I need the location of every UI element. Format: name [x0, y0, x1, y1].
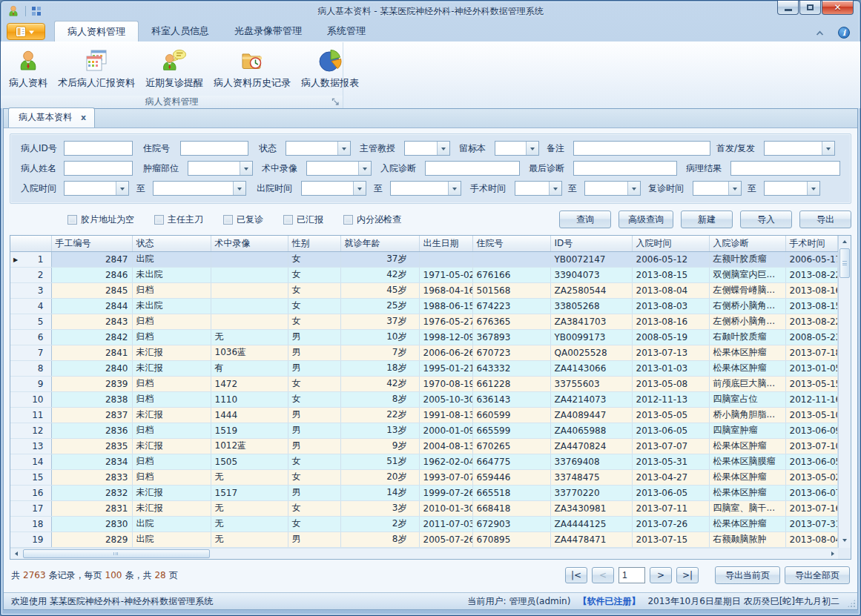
table-cell[interactable]: 2837 [51, 407, 132, 423]
action-button[interactable]: 查询 [559, 211, 611, 228]
column-header[interactable]: 入院诊断 [709, 236, 785, 251]
table-cell[interactable]: 左侧蝶骨嵴脑... [709, 282, 785, 298]
table-cell[interactable]: 男 [288, 423, 340, 438]
row-number-cell[interactable]: 8 [10, 360, 51, 376]
table-cell[interactable]: 1968-04-16 [419, 282, 472, 298]
table-cell[interactable]: 松果体区肿瘤 [709, 469, 785, 485]
table-cell[interactable]: 668418 [472, 500, 550, 516]
row-number-cell[interactable]: 7 [10, 345, 51, 360]
scroll-left-icon[interactable] [10, 549, 22, 559]
table-cell[interactable]: 2842 [51, 329, 132, 345]
page-number-input[interactable] [618, 567, 645, 583]
table-cell[interactable]: 2013-06-07 [785, 485, 838, 500]
table-cell[interactable]: 松果体区脑膜瘤 [709, 454, 785, 469]
table-cell[interactable]: 女 [288, 500, 340, 516]
remark-input[interactable] [573, 141, 710, 156]
surgery-date-from-combo[interactable] [515, 181, 562, 196]
table-cell[interactable]: 松果体区肿瘤 [709, 485, 785, 500]
table-cell[interactable]: 643332 [472, 360, 550, 376]
table-cell[interactable]: 归档 [132, 314, 211, 329]
table-cell[interactable]: 2013-06-05 [632, 423, 709, 438]
table-cell[interactable]: 2829 [51, 531, 132, 547]
table-cell[interactable]: 2010-01-30 [419, 500, 472, 516]
table-cell[interactable]: 女 [288, 516, 340, 531]
table-cell[interactable]: 51岁 [340, 454, 419, 469]
table-cell[interactable]: 670723 [472, 345, 550, 360]
scroll-right-icon[interactable] [826, 549, 838, 559]
table-cell[interactable] [211, 267, 288, 282]
table-cell[interactable]: 2005-07-26 [419, 531, 472, 547]
table-cell[interactable]: ZA4470824 [550, 438, 632, 454]
quick-access-layout-icon[interactable] [31, 6, 42, 16]
inpatient-no-input[interactable] [180, 141, 248, 156]
dropdown-arrow-icon[interactable] [358, 162, 371, 175]
export-current-page-button[interactable]: 导出当前页 [715, 566, 780, 584]
row-number-cell[interactable]: 10 [10, 391, 51, 407]
table-cell[interactable]: 2013-07-18 [785, 345, 838, 360]
table-cell[interactable]: 2840 [51, 360, 132, 376]
table-cell[interactable]: 女 [288, 282, 340, 298]
action-button[interactable]: 导入 [740, 211, 792, 228]
column-header[interactable]: 住院号 [472, 236, 550, 251]
table-row[interactable]: 32845归档女45岁1968-04-16501568ZA25805442013… [10, 282, 838, 298]
row-number-cell[interactable]: 2 [10, 267, 51, 282]
table-cell[interactable]: 女 [288, 454, 340, 469]
table-row[interactable]: 42844未出院女25岁1988-06-15674223338052682013… [10, 298, 838, 314]
registered-link[interactable]: 【软件已注册】 [578, 595, 640, 608]
table-row[interactable]: 152833归档无女20岁1993-07-0765944633748475201… [10, 469, 838, 485]
table-cell[interactable]: 未出院 [132, 267, 211, 282]
table-cell[interactable]: 8岁 [340, 531, 419, 547]
table-cell[interactable]: 左侧桥小脑角... [709, 314, 785, 329]
table-cell[interactable]: 45岁 [340, 282, 419, 298]
table-cell[interactable]: 2013-08-15 [632, 267, 709, 282]
table-row[interactable]: 72841未汇报1036蓝男7岁2006-06-26670723QA002552… [10, 345, 838, 360]
row-number-cell[interactable]: 14 [10, 454, 51, 469]
prev-page-button[interactable]: < [592, 567, 614, 583]
table-cell[interactable]: 四脑室肿瘤 [709, 423, 785, 438]
table-cell[interactable]: 2013-08-16 [785, 282, 838, 298]
table-cell[interactable]: 2013-06-05 [632, 485, 709, 500]
discharge-date-to-combo[interactable] [390, 181, 461, 196]
status-combo[interactable] [286, 141, 351, 156]
professor-combo[interactable] [404, 141, 450, 156]
table-row[interactable]: 112837未汇报1444男22岁1991-08-13660599ZA40894… [10, 407, 838, 423]
table-cell[interactable]: QA0025528 [550, 345, 632, 360]
table-cell[interactable] [472, 251, 550, 267]
table-cell[interactable]: 无 [211, 531, 288, 547]
table-cell[interactable]: 归档 [132, 423, 211, 438]
table-cell[interactable]: 未汇报 [132, 345, 211, 360]
ribbon-tab[interactable]: 系统管理 [314, 21, 378, 42]
table-cell[interactable]: 1988-06-15 [419, 298, 472, 314]
table-cell[interactable]: 未汇报 [132, 360, 211, 376]
table-cell[interactable]: 2841 [51, 345, 132, 360]
dropdown-arrow-icon[interactable] [353, 182, 366, 195]
table-cell[interactable]: 9岁 [340, 438, 419, 454]
dropdown-arrow-icon[interactable] [116, 182, 128, 195]
table-cell[interactable]: 2013-08-22 [785, 314, 838, 329]
table-cell[interactable]: 归档 [132, 329, 211, 345]
table-cell[interactable]: 2846 [51, 267, 132, 282]
table-cell[interactable]: 676365 [472, 314, 550, 329]
filter-checkbox[interactable]: 主任主刀 [154, 213, 203, 226]
table-row[interactable]: 12847出院女37岁YB00721472006-05-12左额叶胶质瘤2006… [10, 251, 838, 267]
table-cell[interactable]: 1976-05-27 [419, 314, 472, 329]
table-cell[interactable]: 42岁 [340, 376, 419, 391]
table-cell[interactable]: 1999-07-26 [419, 485, 472, 500]
table-cell[interactable]: 1012蓝 [211, 438, 288, 454]
table-cell[interactable]: 2013-08-22 [785, 267, 838, 282]
table-cell[interactable]: 男 [288, 329, 340, 345]
table-cell[interactable]: 女 [288, 469, 340, 485]
table-cell[interactable]: 660599 [472, 407, 550, 423]
table-cell[interactable]: 2013-05-10 [785, 407, 838, 423]
table-cell[interactable]: 归档 [132, 376, 211, 391]
specimen-combo[interactable] [495, 141, 539, 156]
admit-diagnosis-input[interactable] [425, 161, 520, 176]
first-recur-combo[interactable] [764, 141, 835, 156]
surgery-date-to-combo[interactable] [584, 181, 641, 196]
table-cell[interactable]: YB0099173 [550, 329, 632, 345]
ribbon-button[interactable]: 病人资料 [4, 45, 53, 91]
table-cell[interactable]: 13岁 [340, 423, 419, 438]
checkbox-icon[interactable] [67, 215, 77, 225]
table-row[interactable]: 182830出院无女2岁2011-07-03672903ZA4444125201… [10, 516, 838, 531]
column-header[interactable]: 手术时间 [785, 236, 838, 251]
